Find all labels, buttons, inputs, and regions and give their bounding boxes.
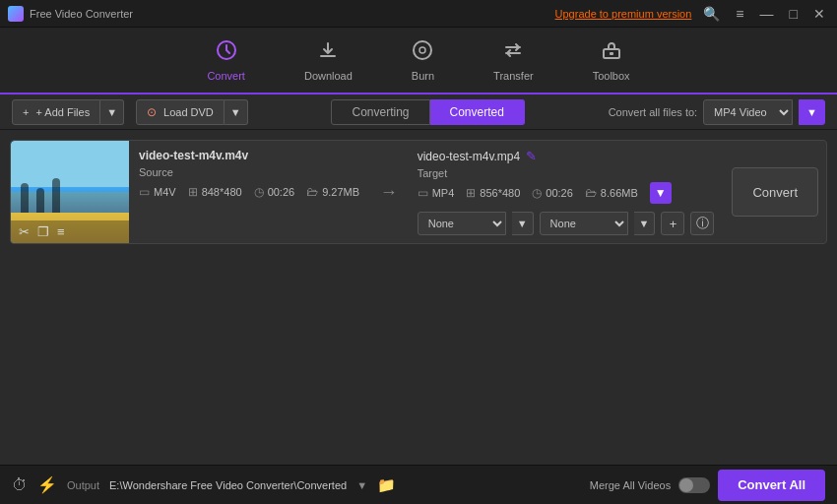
main-content: ✂ ❐ ≡ video-test-m4v.m4v Source ▭ M4V ⊞ … bbox=[0, 130, 837, 465]
maximize-btn[interactable]: □ bbox=[786, 6, 802, 22]
effect-select-1[interactable]: None bbox=[418, 212, 506, 235]
target-filename: video-test-m4v.mp4 bbox=[418, 150, 520, 163]
svg-point-2 bbox=[419, 47, 425, 53]
open-folder-icon[interactable]: 📁 bbox=[377, 476, 396, 494]
target-resolution: ⊞ 856*480 bbox=[466, 186, 520, 200]
nav-burn[interactable]: Burn bbox=[402, 35, 444, 86]
merge-section: Merge All Videos Convert All bbox=[590, 470, 825, 501]
effect-select-2[interactable]: None bbox=[540, 212, 628, 235]
convert-icon bbox=[216, 39, 237, 66]
toggle-knob bbox=[679, 478, 693, 492]
load-dvd-arrow[interactable]: ▼ bbox=[225, 99, 248, 125]
source-resolution: ⊞ 848*480 bbox=[188, 185, 242, 199]
arrow-icon: → bbox=[370, 182, 408, 203]
target-size: 🗁 8.66MB bbox=[585, 186, 638, 200]
title-bar-left: Free Video Converter bbox=[8, 6, 133, 22]
source-label: Source bbox=[139, 166, 360, 178]
info-btn[interactable]: ⓘ bbox=[690, 212, 714, 235]
source-filename: video-test-m4v.m4v bbox=[139, 149, 360, 162]
search-btn[interactable]: 🔍 bbox=[699, 6, 724, 22]
source-format: ▭ M4V bbox=[139, 185, 176, 199]
output-path: E:\Wondershare Free Video Converter\Conv… bbox=[109, 479, 347, 491]
output-label: Output bbox=[67, 479, 99, 491]
toolbox-icon bbox=[601, 39, 622, 66]
app-title: Free Video Converter bbox=[30, 8, 133, 20]
edit-icon[interactable]: ✎ bbox=[526, 149, 537, 163]
status-bar: ⏱ ⚡ Output E:\Wondershare Free Video Con… bbox=[0, 465, 837, 504]
merge-label: Merge All Videos bbox=[590, 479, 671, 491]
target-label: Target bbox=[418, 167, 715, 179]
convert-button[interactable]: Convert bbox=[732, 167, 818, 217]
tab-converted[interactable]: Converted bbox=[430, 99, 525, 125]
burn-icon bbox=[412, 39, 433, 66]
close-btn[interactable]: ✕ bbox=[809, 6, 829, 22]
nav-bar: Convert Download Burn Transfer bbox=[0, 28, 837, 94]
folder-icon2: 🗁 bbox=[585, 186, 597, 200]
toolbar: + + Add Files ▼ ⊙ Load DVD ▼ Converting … bbox=[0, 94, 837, 130]
format-select[interactable]: MP4 Video AVI Video MOV Video bbox=[703, 99, 793, 125]
folder-icon: 🗁 bbox=[306, 185, 318, 199]
clock-status-icon[interactable]: ⏱ bbox=[12, 476, 28, 494]
clock-icon2: ◷ bbox=[532, 186, 542, 200]
plus-icon: + bbox=[23, 106, 29, 118]
title-bar-right: Upgrade to premium version 🔍 ≡ — □ ✕ bbox=[555, 6, 829, 22]
effect-arrow-2[interactable]: ▼ bbox=[634, 212, 656, 235]
convert-all-button[interactable]: Convert All bbox=[718, 470, 825, 501]
target-format-btn[interactable]: ▼ bbox=[650, 182, 672, 204]
format-select-arrow[interactable]: ▼ bbox=[799, 99, 825, 125]
copy-icon[interactable]: ❐ bbox=[37, 224, 49, 239]
target-duration: ◷ 00:26 bbox=[532, 186, 573, 200]
add-effect-btn[interactable]: + bbox=[661, 212, 684, 235]
merge-toggle[interactable] bbox=[678, 477, 710, 493]
target-meta: ▭ MP4 ⊞ 856*480 ◷ 00:26 🗁 8.66MB ▼ bbox=[418, 182, 715, 204]
nav-transfer-label: Transfer bbox=[493, 70, 534, 82]
add-files-button[interactable]: + + Add Files bbox=[12, 99, 100, 125]
nav-toolbox[interactable]: Toolbox bbox=[583, 35, 640, 86]
menu-btn[interactable]: ≡ bbox=[732, 6, 747, 22]
source-duration: ◷ 00:26 bbox=[254, 185, 295, 199]
film-icon2: ▭ bbox=[418, 186, 428, 200]
film-icon: ▭ bbox=[139, 185, 150, 199]
target-name-row: video-test-m4v.mp4 ✎ bbox=[418, 149, 715, 163]
load-dvd-button[interactable]: ⊙ Load DVD bbox=[136, 99, 225, 125]
convert-all-select: Convert all files to: MP4 Video AVI Vide… bbox=[609, 99, 825, 125]
list-icon[interactable]: ≡ bbox=[57, 224, 65, 239]
transfer-icon bbox=[502, 39, 524, 66]
nav-convert[interactable]: Convert bbox=[197, 35, 255, 86]
target-section: video-test-m4v.mp4 ✎ Target ▭ MP4 ⊞ 856*… bbox=[408, 141, 725, 243]
nav-transfer[interactable]: Transfer bbox=[483, 35, 544, 86]
source-size: 🗁 9.27MB bbox=[306, 185, 359, 199]
add-files-label: + Add Files bbox=[35, 106, 90, 118]
nav-toolbox-label: Toolbox bbox=[593, 70, 630, 82]
download-icon bbox=[317, 39, 339, 66]
thumb-actions: ✂ ❐ ≡ bbox=[11, 220, 129, 243]
dvd-icon: ⊙ bbox=[147, 105, 157, 119]
lightning-icon[interactable]: ⚡ bbox=[37, 475, 57, 494]
app-icon bbox=[8, 6, 24, 22]
file-item: ✂ ❐ ≡ video-test-m4v.m4v Source ▭ M4V ⊞ … bbox=[10, 140, 827, 244]
target-format: ▭ MP4 bbox=[418, 186, 455, 200]
minimize-btn[interactable]: — bbox=[756, 6, 778, 22]
effect-arrow-1[interactable]: ▼ bbox=[512, 212, 534, 235]
nav-convert-label: Convert bbox=[207, 70, 245, 82]
file-thumbnail: ✂ ❐ ≡ bbox=[11, 141, 129, 243]
upgrade-link[interactable]: Upgrade to premium version bbox=[555, 8, 692, 20]
effect-row: None ▼ None ▼ + ⓘ bbox=[418, 212, 715, 235]
nav-download[interactable]: Download bbox=[294, 35, 362, 86]
nav-download-label: Download bbox=[304, 70, 353, 82]
tab-converting[interactable]: Converting bbox=[331, 99, 429, 125]
convert-all-label: Convert all files to: bbox=[609, 106, 697, 118]
source-meta: ▭ M4V ⊞ 848*480 ◷ 00:26 🗁 9.27MB bbox=[139, 185, 360, 199]
title-bar: Free Video Converter Upgrade to premium … bbox=[0, 0, 837, 28]
svg-rect-4 bbox=[610, 52, 613, 55]
nav-burn-label: Burn bbox=[412, 70, 434, 82]
tabs: Converting Converted bbox=[248, 99, 609, 125]
output-dropdown-arrow[interactable]: ▼ bbox=[356, 479, 367, 491]
add-files-arrow[interactable]: ▼ bbox=[100, 99, 124, 125]
svg-point-1 bbox=[414, 41, 431, 59]
scissors-icon[interactable]: ✂ bbox=[19, 224, 30, 239]
res-icon2: ⊞ bbox=[466, 186, 476, 200]
res-icon: ⊞ bbox=[188, 185, 198, 199]
load-dvd-label: Load DVD bbox=[163, 106, 214, 118]
clock-icon: ◷ bbox=[254, 185, 264, 199]
